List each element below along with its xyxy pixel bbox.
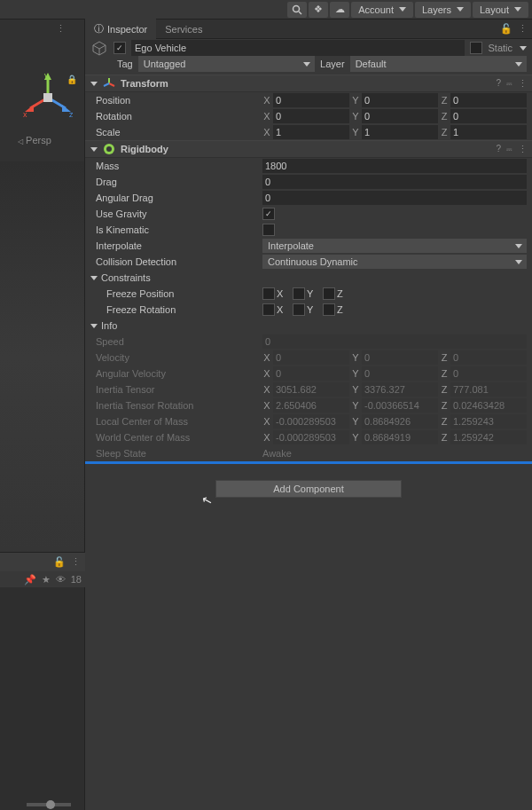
- freeze-pos-x-checkbox[interactable]: [262, 287, 275, 300]
- pin-icon[interactable]: 📌: [24, 574, 36, 586]
- rotation-y-field[interactable]: 0: [362, 109, 438, 123]
- y-label: Y: [351, 95, 360, 106]
- use-gravity-label: Use Gravity: [96, 208, 262, 219]
- scene-view-panel: ⋮ y x z 🔒 ◁ Persp: [0, 20, 85, 552]
- inertia-x-field: 3051.682: [273, 382, 349, 397]
- panel-menu-icon[interactable]: ⋮: [71, 556, 80, 568]
- layers-dropdown[interactable]: Layers: [415, 2, 471, 18]
- tag-dropdown[interactable]: Untagged: [138, 56, 315, 72]
- collab-button[interactable]: ❖: [309, 2, 328, 18]
- freeze-rot-x-checkbox[interactable]: [262, 303, 275, 316]
- component-menu-icon[interactable]: ⋮: [518, 144, 527, 155]
- is-kinematic-checkbox[interactable]: [262, 224, 275, 236]
- collision-detection-label: Collision Detection: [96, 256, 262, 267]
- sleep-state-label: Sleep State: [96, 448, 262, 459]
- position-z-field[interactable]: 0: [450, 93, 527, 107]
- scale-x-field[interactable]: 1: [273, 125, 349, 139]
- mass-field[interactable]: 1800: [262, 159, 527, 173]
- help-icon[interactable]: ?: [496, 78, 501, 90]
- position-label: Position: [96, 95, 262, 106]
- projection-label[interactable]: ◁ Persp: [18, 135, 51, 145]
- position-x-field[interactable]: 0: [273, 93, 349, 107]
- svg-point-0: [293, 5, 300, 12]
- inspector-tabs: ⓘ Inspector Services 🔓 ⋮: [85, 20, 532, 39]
- freeze-rot-y-checkbox[interactable]: [293, 303, 305, 316]
- angular-drag-field[interactable]: 0: [262, 191, 527, 205]
- interpolate-label: Interpolate: [96, 240, 262, 251]
- axis-y-label: y: [44, 73, 49, 80]
- top-toolbar: ❖ ☁ Account Layers Layout: [0, 0, 532, 20]
- inertia-rot-x-field: 2.650406: [273, 398, 349, 413]
- search-button[interactable]: [287, 2, 307, 18]
- tab-menu-icon[interactable]: ⋮: [518, 23, 527, 35]
- cloud-icon: ☁: [335, 4, 345, 15]
- static-label: Static: [488, 43, 512, 53]
- layer-dropdown[interactable]: Default: [350, 56, 527, 72]
- svg-line-1: [299, 12, 301, 14]
- scene-3d-viewport[interactable]: [0, 161, 84, 552]
- drag-field[interactable]: 0: [262, 175, 527, 189]
- layer-label: Layer: [320, 59, 345, 69]
- local-com-label: Local Center of Mass: [96, 416, 262, 427]
- foldout-icon: [90, 324, 98, 328]
- project-toolbar: 📌 ★ 👁18: [0, 571, 85, 587]
- svg-point-17: [106, 146, 112, 152]
- rotation-x-field[interactable]: 0: [273, 109, 349, 123]
- gameobject-enabled-checkbox[interactable]: ✓: [113, 42, 126, 54]
- tab-services-label: Services: [165, 24, 202, 35]
- gameobject-icon[interactable]: [90, 39, 108, 57]
- local-com-z-field: 1.259243: [450, 414, 527, 429]
- chevron-down-icon: [515, 260, 522, 264]
- project-panel-header: 🔓 ⋮: [0, 552, 85, 571]
- lock-icon[interactable]: 🔒: [66, 75, 77, 84]
- add-component-button[interactable]: Add Component: [215, 480, 402, 498]
- component-menu-icon[interactable]: ⋮: [518, 78, 527, 90]
- lock-icon[interactable]: 🔓: [53, 556, 66, 568]
- gameobject-header: ✓ Ego Vehicle Static: [85, 39, 532, 57]
- position-y-field[interactable]: 0: [362, 93, 438, 107]
- angular-drag-label: Angular Drag: [96, 193, 262, 203]
- axis-z-label: z: [69, 110, 73, 119]
- visibility-icon[interactable]: 👁: [56, 574, 66, 585]
- preset-icon[interactable]: ⎓: [506, 144, 512, 155]
- favorite-icon[interactable]: ★: [42, 574, 51, 586]
- account-dropdown[interactable]: Account: [351, 2, 413, 18]
- tab-services[interactable]: Services: [156, 20, 211, 38]
- lock-icon[interactable]: 🔓: [500, 23, 512, 35]
- collab-icon: ❖: [314, 4, 323, 15]
- collision-detection-dropdown[interactable]: Continuous Dynamic: [262, 255, 527, 269]
- use-gravity-checkbox[interactable]: ✓: [262, 208, 275, 220]
- constraints-foldout[interactable]: Constraints: [85, 270, 532, 286]
- chevron-down-icon: [515, 62, 522, 67]
- freeze-rot-z-checkbox[interactable]: [323, 303, 335, 316]
- help-icon[interactable]: ?: [496, 144, 501, 155]
- layout-dropdown[interactable]: Layout: [473, 2, 528, 18]
- transform-component-header[interactable]: Transform ?⎓⋮: [85, 75, 532, 92]
- thumbnail-size-slider[interactable]: [27, 803, 71, 806]
- info-foldout[interactable]: Info: [85, 318, 532, 334]
- velocity-label: Velocity: [96, 352, 262, 363]
- svg-rect-8: [43, 93, 52, 102]
- rigidbody-component-header[interactable]: Rigidbody ?⎓⋮: [85, 140, 532, 158]
- tab-inspector[interactable]: ⓘ Inspector: [85, 19, 156, 39]
- tag-label: Tag: [117, 59, 133, 69]
- gameobject-name-field[interactable]: Ego Vehicle: [131, 40, 465, 56]
- orientation-gizmo[interactable]: y x z: [23, 73, 73, 122]
- foldout-icon: [90, 276, 98, 280]
- freeze-pos-y-checkbox[interactable]: [293, 287, 305, 300]
- interpolate-dropdown[interactable]: Interpolate: [262, 239, 527, 253]
- scale-y-field[interactable]: 1: [362, 125, 438, 139]
- velocity-x-field: 0: [273, 350, 349, 365]
- freeze-pos-z-checkbox[interactable]: [323, 287, 335, 300]
- local-com-x-field: -0.000289503: [273, 414, 349, 429]
- inertia-y-field: 3376.327: [362, 382, 438, 397]
- static-dropdown-icon[interactable]: [520, 46, 527, 51]
- inspector-panel: ✓ Ego Vehicle Static Tag Untagged Layer …: [85, 39, 532, 810]
- rotation-z-field[interactable]: 0: [450, 109, 527, 123]
- cloud-button[interactable]: ☁: [330, 2, 349, 18]
- search-icon: [292, 4, 302, 15]
- scale-z-field[interactable]: 1: [450, 125, 527, 139]
- static-checkbox[interactable]: [470, 42, 482, 54]
- world-com-y-field: 0.8684919: [362, 430, 438, 444]
- preset-icon[interactable]: ⎓: [506, 78, 512, 90]
